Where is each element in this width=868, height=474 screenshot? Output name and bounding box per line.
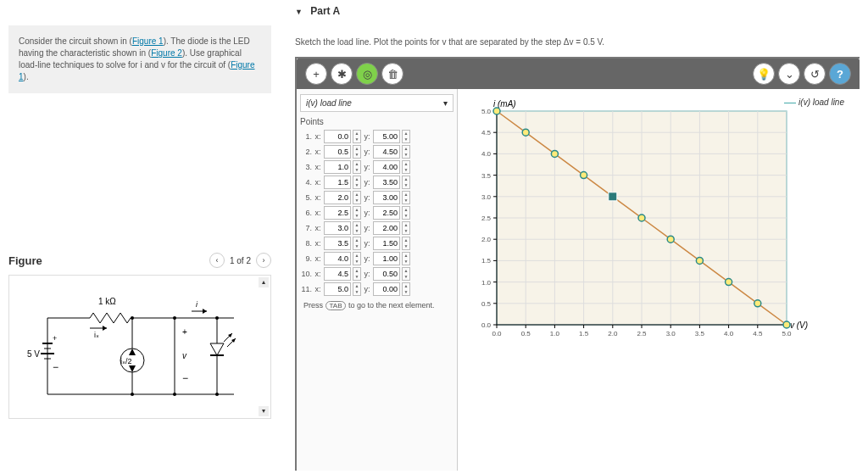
point-x-input[interactable] — [324, 206, 351, 220]
target-button[interactable]: ◎ — [356, 63, 378, 85]
x-spinner[interactable]: ▲▼ — [353, 282, 361, 296]
y-spinner[interactable]: ▲▼ — [402, 206, 410, 220]
link-figure-1[interactable]: Figure 1 — [132, 36, 164, 46]
y-spinner[interactable]: ▲▼ — [402, 237, 410, 250]
svg-text:5.0: 5.0 — [481, 108, 492, 115]
svg-rect-118 — [609, 192, 617, 201]
point-y-input[interactable] — [373, 221, 400, 235]
points-panel: i(v) load line▾ Points 1.x:▲▼y:▲▼2.x:▲▼y… — [297, 89, 458, 471]
point-y-input[interactable] — [373, 145, 400, 159]
svg-text:−: − — [53, 361, 58, 373]
y-spinner[interactable]: ▲▼ — [402, 160, 410, 174]
point-y-input[interactable] — [373, 206, 400, 220]
x-spinner[interactable]: ▲▼ — [353, 252, 361, 265]
svg-point-33 — [131, 393, 134, 396]
reset-button[interactable]: ↺ — [804, 63, 826, 85]
x-spinner[interactable]: ▲▼ — [353, 176, 361, 189]
point-row: 8.x:▲▼y:▲▼ — [300, 237, 453, 250]
point-x-input[interactable] — [324, 252, 351, 265]
point-x-input[interactable] — [324, 160, 351, 174]
point-x-input[interactable] — [324, 237, 351, 250]
point-y-input[interactable] — [373, 252, 400, 265]
x-spinner[interactable]: ▲▼ — [353, 221, 361, 235]
link-figure-2[interactable]: Figure 2 — [151, 48, 182, 58]
point-row: 7.x:▲▼y:▲▼ — [300, 221, 453, 235]
svg-text:3.5: 3.5 — [481, 172, 492, 180]
point-x-input[interactable] — [324, 130, 351, 143]
help-button[interactable]: ? — [829, 63, 851, 85]
x-spinner[interactable]: ▲▼ — [353, 160, 361, 174]
part-header[interactable]: ▼ Part A — [295, 0, 860, 22]
no-point-button[interactable]: ✱ — [331, 63, 353, 85]
x-spinner[interactable]: ▲▼ — [353, 145, 361, 159]
svg-text:2.0: 2.0 — [608, 330, 618, 337]
add-point-button[interactable]: + — [305, 63, 327, 85]
point-y-input[interactable] — [373, 160, 400, 174]
tab-hint: Press TAB to go to the next element. — [300, 301, 453, 310]
x-spinner[interactable]: ▲▼ — [353, 267, 361, 281]
figure-viewport: ▴ 5 V + − 1 kΩ iₓ/2 — [8, 275, 271, 419]
pager-prev-button[interactable]: ‹ — [209, 253, 225, 268]
scroll-down-button[interactable]: ▾ — [259, 406, 269, 416]
x-spinner[interactable]: ▲▼ — [353, 206, 361, 220]
point-row: 11.x:▲▼y:▲▼ — [300, 282, 453, 296]
svg-text:v: v — [182, 351, 187, 360]
y-spinner[interactable]: ▲▼ — [402, 130, 410, 143]
svg-text:2.0: 2.0 — [481, 236, 492, 243]
point-row: 2.x:▲▼y:▲▼ — [300, 145, 453, 159]
svg-text:0.5: 0.5 — [481, 300, 492, 308]
svg-point-114 — [696, 257, 703, 264]
point-y-input[interactable] — [373, 237, 400, 250]
point-y-input[interactable] — [373, 176, 400, 189]
svg-text:0.5: 0.5 — [521, 330, 531, 337]
scroll-up-button[interactable]: ▴ — [259, 277, 269, 287]
point-x-input[interactable] — [324, 191, 351, 204]
svg-text:4.0: 4.0 — [724, 330, 734, 337]
pager-next-button[interactable]: › — [256, 253, 271, 268]
point-y-input[interactable] — [373, 191, 400, 204]
svg-point-107 — [493, 108, 500, 114]
hint-button[interactable]: 💡 — [753, 63, 775, 85]
svg-point-35 — [215, 393, 219, 396]
instruction-text: Sketch the load line. Plot the points fo… — [295, 37, 860, 47]
svg-text:4.5: 4.5 — [481, 129, 492, 137]
y-spinner[interactable]: ▲▼ — [402, 267, 410, 281]
plot-panel[interactable]: i(v) load line 0.00.51.01.52.02.53.03.54… — [458, 89, 860, 471]
point-x-input[interactable] — [324, 282, 351, 296]
point-row: 5.x:▲▼y:▲▼ — [300, 191, 453, 204]
plot-chart[interactable]: 0.00.51.01.52.02.53.03.54.04.55.00.00.51… — [465, 96, 812, 350]
pager-label: 1 of 2 — [230, 256, 251, 265]
svg-text:i: i — [196, 300, 198, 309]
figure-title: Figure — [8, 254, 42, 267]
svg-point-110 — [581, 172, 587, 179]
svg-text:3.0: 3.0 — [481, 193, 492, 201]
point-x-input[interactable] — [324, 221, 351, 235]
y-spinner[interactable]: ▲▼ — [402, 252, 410, 265]
point-row: 6.x:▲▼y:▲▼ — [300, 206, 453, 220]
y-spinner[interactable]: ▲▼ — [402, 282, 410, 296]
svg-point-109 — [551, 150, 558, 157]
x-spinner[interactable]: ▲▼ — [353, 237, 361, 250]
y-spinner[interactable]: ▲▼ — [402, 221, 410, 235]
series-dropdown[interactable]: i(v) load line▾ — [300, 94, 453, 112]
svg-text:2.5: 2.5 — [481, 215, 492, 222]
figure-pager: ‹ 1 of 2 › — [209, 253, 271, 268]
y-spinner[interactable]: ▲▼ — [402, 145, 410, 159]
point-y-input[interactable] — [373, 282, 400, 296]
point-x-input[interactable] — [324, 176, 351, 189]
svg-text:3.0: 3.0 — [666, 330, 676, 337]
point-row: 10.x:▲▼y:▲▼ — [300, 267, 453, 281]
y-spinner[interactable]: ▲▼ — [402, 176, 410, 189]
x-spinner[interactable]: ▲▼ — [353, 191, 361, 204]
y-spinner[interactable]: ▲▼ — [402, 191, 410, 204]
point-x-input[interactable] — [324, 145, 351, 159]
expand-button[interactable]: ⌄ — [778, 63, 800, 85]
point-y-input[interactable] — [373, 267, 400, 281]
delete-button[interactable]: 🗑 — [381, 63, 403, 85]
svg-text:−: − — [182, 372, 188, 384]
svg-text:2.5: 2.5 — [637, 330, 647, 337]
svg-text:0.0: 0.0 — [481, 321, 492, 329]
point-y-input[interactable] — [373, 130, 400, 143]
x-spinner[interactable]: ▲▼ — [353, 130, 361, 143]
point-x-input[interactable] — [324, 267, 351, 281]
